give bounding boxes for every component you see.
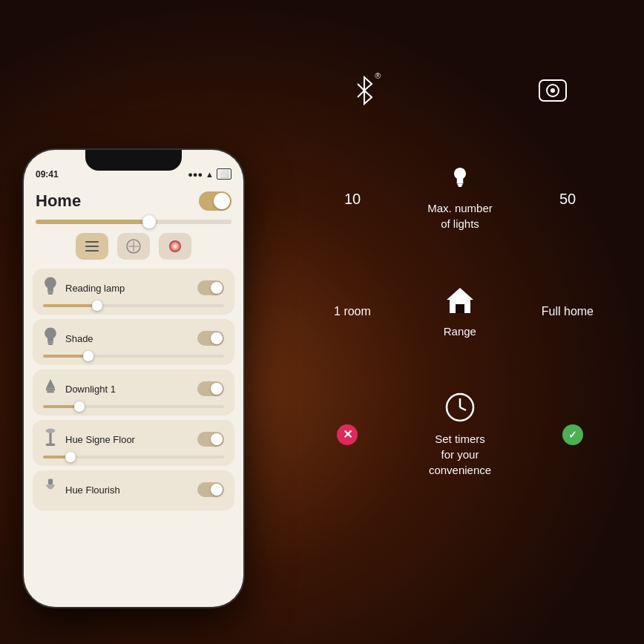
max-lights-row: 10 Max. number of lights 50 bbox=[297, 151, 623, 246]
tab-scenes[interactable] bbox=[117, 233, 150, 260]
brightness-knob bbox=[142, 215, 156, 229]
svg-rect-22 bbox=[456, 304, 464, 313]
bulb-icon bbox=[43, 326, 58, 350]
spot-icon bbox=[43, 377, 58, 401]
home-header: Home bbox=[24, 183, 243, 217]
light-name-downlight: Downlight 1 bbox=[65, 384, 116, 395]
tab-list[interactable] bbox=[76, 233, 108, 260]
light-toggle-flourish[interactable] bbox=[197, 482, 224, 497]
light-toggle-reading[interactable] bbox=[197, 280, 224, 295]
light-toggle-shade[interactable] bbox=[197, 331, 224, 346]
timers-center: Set timers for your convenience bbox=[408, 391, 512, 478]
slider-knob bbox=[83, 351, 93, 361]
svg-rect-2 bbox=[85, 250, 99, 252]
status-icons: ●●● ▲ ⬜ bbox=[188, 168, 231, 180]
check-mark: ✓ bbox=[568, 429, 577, 441]
light-row: Hue Signe Floor bbox=[43, 427, 224, 451]
timers-label-line3: convenience bbox=[429, 462, 491, 478]
light-row: Reading lamp bbox=[43, 276, 224, 300]
slider-knob bbox=[65, 452, 76, 462]
light-left: Hue Flourish bbox=[43, 478, 120, 502]
floor-lamp-icon bbox=[43, 427, 58, 451]
range-row: 1 room Range Full home bbox=[297, 269, 623, 354]
light-left: Reading lamp bbox=[43, 276, 125, 300]
min-lights-value: 10 bbox=[326, 191, 378, 208]
light-toggle-knob bbox=[211, 433, 223, 445]
svg-point-18 bbox=[551, 88, 555, 93]
bluetooth-icon bbox=[351, 74, 378, 107]
slider-knob bbox=[92, 300, 102, 311]
ceiling-icon bbox=[43, 478, 58, 502]
light-row: Shade bbox=[43, 326, 224, 350]
timers-row: ✕ Set timers for your convenience ✓ bbox=[297, 376, 623, 493]
light-item-shade: Shade bbox=[33, 319, 234, 365]
svg-rect-10 bbox=[46, 389, 55, 391]
range-max-label: Full home bbox=[542, 305, 594, 318]
brightness-slider[interactable] bbox=[36, 220, 231, 224]
svg-line-25 bbox=[460, 407, 466, 410]
range-label: Range bbox=[444, 323, 476, 339]
max-lights-label-line1: Max. number bbox=[427, 200, 493, 216]
signal-icon: ●●● bbox=[188, 170, 203, 179]
svg-marker-9 bbox=[46, 379, 55, 388]
light-name-shade: Shade bbox=[65, 333, 93, 344]
max-lights-center: Max. number of lights bbox=[408, 166, 512, 231]
light-toggle-knob bbox=[211, 383, 223, 395]
timers-label-line1: Set timers bbox=[429, 431, 491, 447]
timers-label: Set timers for your convenience bbox=[429, 431, 491, 478]
light-row: Downlight 1 bbox=[43, 377, 224, 401]
range-min-label: 1 room bbox=[326, 305, 378, 318]
bluetooth-feature: ® bbox=[351, 74, 378, 107]
bridge-icon bbox=[536, 74, 569, 107]
light-name-flourish: Hue Flourish bbox=[65, 484, 120, 496]
home-title: Home bbox=[36, 191, 81, 211]
svg-rect-8 bbox=[48, 344, 53, 345]
light-slider-reading[interactable] bbox=[43, 304, 224, 307]
phone-notch bbox=[85, 150, 182, 171]
max-lights-bulb-icon bbox=[451, 166, 469, 193]
svg-rect-20 bbox=[458, 184, 463, 186]
timers-yes-icon: ✓ bbox=[562, 424, 583, 445]
slider-knob bbox=[74, 401, 85, 412]
phone-frame: 09:41 ●●● ▲ ⬜ Home bbox=[22, 148, 245, 608]
bridge-feature bbox=[536, 74, 569, 107]
svg-rect-19 bbox=[457, 182, 464, 184]
app-content: Home bbox=[24, 183, 243, 607]
svg-rect-21 bbox=[459, 185, 462, 187]
bulb-icon bbox=[43, 276, 58, 300]
timers-clock-icon bbox=[444, 391, 476, 424]
light-left: Downlight 1 bbox=[43, 377, 116, 401]
registered-mark: ® bbox=[375, 71, 381, 80]
svg-rect-0 bbox=[85, 241, 99, 243]
light-left: Shade bbox=[43, 326, 93, 350]
range-center: Range bbox=[408, 283, 512, 339]
light-item-reading-lamp: Reading lamp bbox=[33, 269, 234, 315]
max-lights-label-line2: of lights bbox=[427, 216, 493, 231]
light-name-reading: Reading lamp bbox=[65, 283, 125, 294]
timers-label-line2: for your bbox=[429, 447, 491, 462]
range-house-icon bbox=[444, 283, 476, 316]
max-lights-value: 50 bbox=[542, 191, 594, 208]
light-toggle-signe[interactable] bbox=[197, 432, 224, 447]
light-toggle-knob bbox=[211, 484, 223, 496]
home-toggle[interactable] bbox=[199, 191, 231, 211]
light-slider-downlight[interactable] bbox=[43, 405, 224, 408]
light-item-signe: Hue Signe Floor bbox=[33, 420, 234, 466]
features-panel: ® 10 Max. number of lights bbox=[297, 59, 623, 623]
light-toggle-knob bbox=[211, 282, 223, 294]
tab-bar bbox=[36, 233, 231, 260]
light-left: Hue Signe Floor bbox=[43, 427, 135, 451]
svg-rect-13 bbox=[46, 444, 55, 446]
svg-point-4 bbox=[169, 240, 181, 252]
light-item-downlight: Downlight 1 bbox=[33, 369, 234, 415]
battery-icon: ⬜ bbox=[217, 168, 231, 180]
tab-color[interactable] bbox=[159, 233, 191, 260]
status-time: 09:41 bbox=[36, 169, 59, 180]
max-lights-label: Max. number of lights bbox=[427, 200, 493, 231]
light-slider-shade[interactable] bbox=[43, 355, 224, 358]
light-toggle-downlight[interactable] bbox=[197, 381, 224, 396]
top-icons-row: ® bbox=[297, 59, 623, 122]
light-item-flourish: Hue Flourish bbox=[33, 470, 234, 510]
light-slider-signe[interactable] bbox=[43, 456, 224, 459]
svg-rect-7 bbox=[47, 341, 53, 343]
